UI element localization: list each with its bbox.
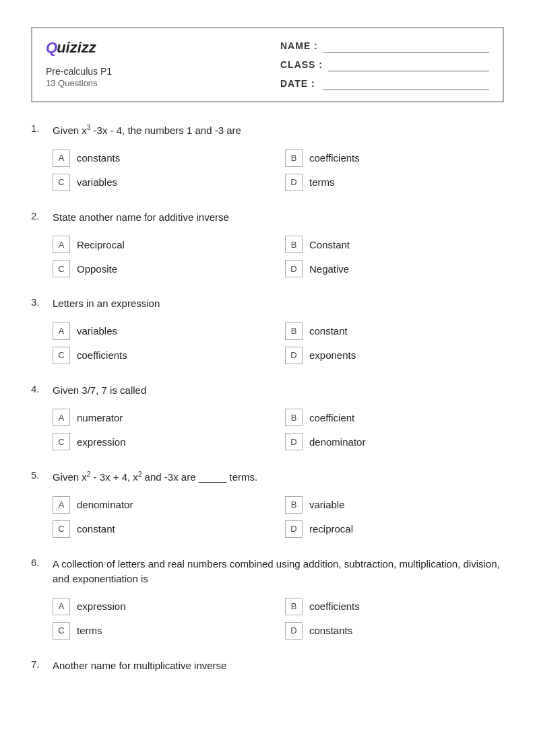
option-5b-letter: B — [285, 496, 303, 514]
option-3a-text: variables — [77, 325, 117, 337]
option-2c-letter: C — [53, 260, 70, 277]
quiz-subtitle: 13 Questions — [46, 78, 112, 88]
option-1b-text: coefficients — [309, 152, 360, 164]
option-2d: D Negative — [285, 260, 504, 277]
question-7-header: 7. Another name for multiplicative inver… — [31, 658, 504, 674]
question-4-header: 4. Given 3/7, 7 is called — [31, 383, 504, 399]
option-1c-letter: C — [53, 174, 70, 191]
option-2b: B Constant — [285, 236, 504, 253]
option-6a-text: expression — [77, 600, 126, 612]
option-3c-letter: C — [53, 347, 70, 364]
header-left: Q uizizz Pre-calculus P1 13 Questions — [46, 39, 112, 88]
option-6a-letter: A — [53, 598, 70, 615]
option-4d-text: denominator — [309, 436, 365, 448]
option-3a-letter: A — [53, 322, 70, 340]
option-2d-letter: D — [285, 260, 303, 277]
quiz-title: Pre-calculus P1 — [46, 66, 112, 77]
class-label: CLASS : — [280, 59, 323, 70]
question-3-text: Letters in an expression — [53, 296, 160, 312]
option-5a-text: denominator — [77, 499, 133, 510]
name-label: NAME : — [280, 40, 318, 51]
option-6a: A expression — [53, 598, 272, 615]
option-6c: C terms — [53, 622, 272, 640]
name-input[interactable] — [323, 39, 489, 53]
option-4d: D denominator — [285, 433, 504, 450]
option-1b: B coefficients — [285, 149, 504, 167]
option-6b-text: coefficients — [309, 600, 360, 612]
option-6b-letter: B — [285, 598, 303, 615]
class-row: CLASS : — [280, 58, 489, 71]
option-5b: B variable — [285, 496, 504, 514]
logo: Q uizizz — [46, 39, 112, 57]
question-6: 6. A collection of letters and real numb… — [31, 557, 504, 640]
option-4c-letter: C — [53, 433, 70, 450]
option-4d-letter: D — [285, 433, 303, 450]
option-2d-text: Negative — [309, 263, 349, 275]
option-1d-text: terms — [309, 176, 335, 188]
question-3: 3. Letters in an expression A variables … — [31, 296, 504, 364]
option-4c-text: expression — [77, 436, 126, 448]
option-3b-letter: B — [285, 322, 303, 340]
option-1c: C variables — [53, 174, 272, 191]
option-2a-text: Reciprocal — [77, 239, 125, 250]
option-4a: A numerator — [53, 409, 272, 426]
option-4c: C expression — [53, 433, 272, 450]
questions-area: 1. Given x3 -3x - 4, the numbers 1 and -… — [0, 123, 535, 673]
question-5-text: Given x2 - 3x + 4, x2 and -3x are _____ … — [53, 469, 257, 485]
option-4b: B coefficient — [285, 409, 504, 426]
option-5d: D reciprocal — [285, 520, 504, 538]
option-4a-text: numerator — [77, 412, 123, 423]
name-row: NAME : — [280, 39, 489, 53]
question-5: 5. Given x2 - 3x + 4, x2 and -3x are ___… — [31, 469, 504, 538]
question-5-number: 5. — [31, 469, 46, 481]
option-3a: A variables — [53, 322, 272, 340]
page: Q uizizz Pre-calculus P1 13 Questions NA… — [0, 27, 535, 756]
question-5-options: A denominator B variable C constant D re… — [53, 496, 504, 538]
question-4-text: Given 3/7, 7 is called — [53, 383, 146, 399]
question-6-header: 6. A collection of letters and real numb… — [31, 557, 504, 587]
question-4: 4. Given 3/7, 7 is called A numerator B … — [31, 383, 504, 451]
option-4b-letter: B — [285, 409, 303, 426]
option-5c-letter: C — [53, 520, 70, 538]
option-5c: C constant — [53, 520, 272, 538]
option-1a: A constants — [53, 149, 272, 167]
option-5d-letter: D — [285, 520, 303, 538]
option-4a-letter: A — [53, 409, 70, 426]
option-1a-letter: A — [53, 149, 70, 167]
question-3-number: 3. — [31, 296, 46, 308]
question-2: 2. State another name for additive inver… — [31, 210, 504, 278]
option-3b-text: constant — [309, 325, 348, 337]
date-input[interactable] — [323, 77, 489, 90]
logo-q: Q — [46, 39, 57, 57]
option-2c: C Opposite — [53, 260, 272, 277]
option-2b-text: Constant — [309, 239, 350, 250]
question-1-options: A constants B coefficients C variables D… — [53, 149, 504, 191]
question-2-number: 2. — [31, 210, 46, 221]
option-2a: A Reciprocal — [53, 236, 272, 253]
option-1a-text: constants — [77, 152, 120, 164]
question-2-header: 2. State another name for additive inver… — [31, 210, 504, 226]
option-3c-text: coefficients — [77, 349, 127, 361]
option-5a-letter: A — [53, 496, 70, 514]
option-3b: B constant — [285, 322, 504, 340]
question-4-options: A numerator B coefficient C expression D… — [53, 409, 504, 450]
option-3c: C coefficients — [53, 347, 272, 364]
header-right: NAME : CLASS : DATE : — [280, 39, 489, 90]
header-card: Q uizizz Pre-calculus P1 13 Questions NA… — [31, 27, 504, 102]
class-input[interactable] — [328, 58, 489, 71]
date-row: DATE : — [280, 77, 489, 90]
question-1-header: 1. Given x3 -3x - 4, the numbers 1 and -… — [31, 123, 504, 139]
question-6-number: 6. — [31, 557, 46, 568]
question-2-options: A Reciprocal B Constant C Opposite D Neg… — [53, 236, 504, 277]
option-6b: B coefficients — [285, 598, 504, 615]
option-2b-letter: B — [285, 236, 303, 253]
option-6c-letter: C — [53, 622, 70, 640]
option-5a: A denominator — [53, 496, 272, 514]
option-3d-letter: D — [285, 347, 303, 364]
question-3-header: 3. Letters in an expression — [31, 296, 504, 312]
option-6d: D constants — [285, 622, 504, 640]
option-1b-letter: B — [285, 149, 303, 167]
option-6c-text: terms — [77, 625, 102, 636]
question-5-header: 5. Given x2 - 3x + 4, x2 and -3x are ___… — [31, 469, 504, 485]
option-4b-text: coefficient — [309, 412, 354, 423]
